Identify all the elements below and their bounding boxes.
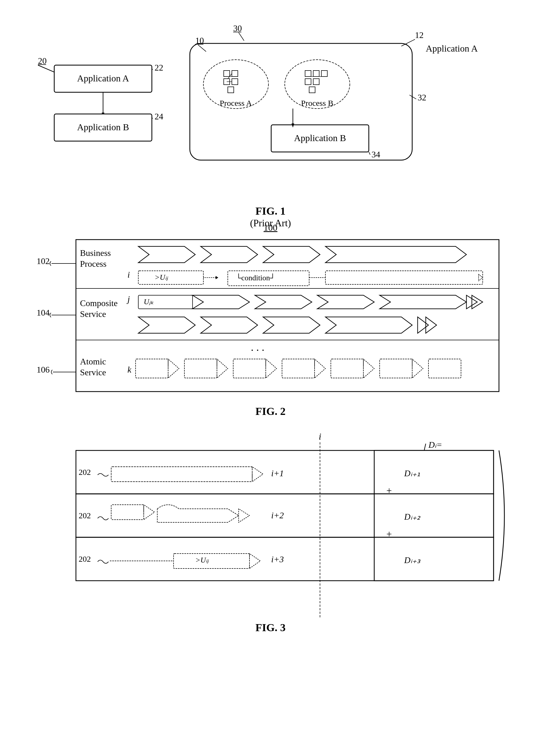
i-col-label: i [318, 431, 321, 441]
fig2-diagram: 100 102 Business Process i [22, 223, 519, 412]
svg-rect-87 [111, 505, 144, 520]
di3-label: Dᵢ₊₃ [404, 555, 420, 565]
svg-line-24 [409, 95, 416, 99]
svg-rect-19 [305, 79, 311, 85]
svg-rect-7 [224, 71, 230, 77]
fig3-svg: i Dᵢ= 202 i+1 Dᵢ₊₁ 202 [22, 429, 521, 619]
svg-marker-94 [250, 554, 260, 568]
svg-rect-16 [305, 71, 311, 77]
svg-marker-89 [239, 509, 250, 522]
ref202a-label: 202 [79, 468, 91, 477]
svg-marker-56 [255, 295, 312, 309]
svg-marker-62 [201, 317, 258, 333]
k-label: k [128, 365, 132, 374]
composite-label: Composite [80, 298, 118, 308]
ref22-label: 22 [155, 63, 163, 72]
svg-marker-48 [216, 276, 218, 279]
svg-rect-80 [428, 359, 461, 378]
svg-rect-10 [232, 79, 238, 85]
fig1-svg: 30 10 12 Application A [22, 16, 521, 201]
svg-marker-61 [138, 317, 195, 333]
svg-rect-74 [282, 359, 314, 378]
fig1-diagram: 30 10 12 Application A [22, 16, 519, 206]
ujk-label: Uⱼₖ [144, 297, 154, 306]
svg-marker-64 [325, 317, 412, 333]
svg-marker-73 [266, 359, 276, 378]
svg-line-28 [369, 152, 370, 155]
atomic-service-label: Service [80, 367, 106, 377]
uij-row3-label: >Uᵢⱼ [195, 556, 209, 564]
app-b-left-label: Application B [77, 122, 129, 132]
svg-rect-90 [374, 494, 494, 537]
svg-marker-88 [144, 505, 155, 520]
svg-line-0 [239, 33, 244, 41]
svg-marker-55 [193, 295, 250, 309]
dots-label: . . . [251, 341, 265, 353]
svg-line-2 [198, 45, 206, 52]
di2-label: Dᵢ₊₂ [404, 512, 420, 522]
fig2-title: FIG. 2 [256, 405, 285, 417]
fig1-title: FIG. 1 [22, 205, 519, 217]
ref100-label: 100 [264, 223, 277, 233]
svg-rect-20 [313, 79, 319, 85]
uij-label: >Uᵢⱼ [155, 273, 169, 281]
app-b-right-label: Application B [294, 133, 346, 143]
svg-rect-76 [331, 359, 363, 378]
svg-marker-83 [252, 467, 263, 482]
fig2-svg: 102 Business Process i >Uᵢⱼ [22, 234, 521, 402]
ref102-label: 102 [37, 256, 50, 266]
app-a-top-right: Application A [426, 43, 478, 53]
svg-rect-82 [111, 467, 252, 482]
svg-rect-78 [380, 359, 412, 378]
svg-marker-79 [412, 359, 423, 378]
process-b-label: Process B [301, 99, 333, 107]
svg-line-4 [401, 39, 415, 46]
svg-rect-70 [185, 359, 217, 378]
business-process-label2: Process [80, 259, 107, 269]
svg-marker-69 [168, 359, 179, 378]
ref24-label: 24 [155, 112, 163, 121]
ref202b-label: 202 [79, 511, 91, 520]
svg-rect-93 [174, 554, 250, 568]
i-label-bp: i [128, 270, 130, 279]
ref104-label: 104 [37, 308, 50, 317]
svg-rect-84 [374, 450, 494, 494]
business-process-label: Business [80, 248, 111, 258]
atomic-label: Atomic [80, 357, 106, 366]
svg-marker-52 [479, 274, 483, 281]
svg-rect-72 [233, 359, 266, 378]
svg-rect-18 [321, 71, 327, 77]
i3-label: i+3 [271, 554, 283, 564]
svg-marker-63 [263, 317, 320, 333]
svg-rect-8 [232, 71, 238, 77]
fig3-caption: FIG. 3 [22, 621, 519, 634]
di1-label: Dᵢ₊₁ [404, 468, 420, 478]
svg-marker-57 [317, 295, 374, 309]
ref202c-label: 202 [79, 554, 91, 563]
ref32-label: 32 [418, 93, 426, 102]
condition-label: └condition┘ [236, 273, 275, 282]
svg-marker-66 [426, 317, 437, 333]
svg-rect-17 [313, 71, 319, 77]
app-a-left-label: Application A [77, 73, 129, 83]
ref20-label: 20 [38, 56, 47, 66]
svg-marker-42 [138, 246, 195, 263]
process-a-label: Process A [220, 99, 252, 107]
fig3-title: FIG. 3 [256, 621, 285, 634]
svg-rect-21 [309, 87, 315, 93]
svg-rect-95 [374, 537, 494, 581]
page: 30 10 12 Application A [0, 0, 541, 756]
svg-rect-51 [325, 271, 483, 284]
ref12-label: 12 [415, 30, 424, 40]
svg-rect-11 [228, 87, 234, 93]
svg-marker-75 [314, 359, 325, 378]
fig2-caption: FIG. 2 [22, 405, 519, 418]
svg-marker-43 [201, 246, 258, 263]
i1-label: i+1 [271, 468, 283, 478]
svg-marker-58 [380, 295, 466, 309]
fig3-diagram: i Dᵢ= 202 i+1 Dᵢ₊₁ 202 [22, 429, 519, 619]
svg-marker-77 [363, 359, 374, 378]
di-eq-label: Dᵢ= [428, 440, 442, 450]
ref106-label: 106 [37, 365, 50, 374]
ref30-label: 30 [233, 23, 242, 33]
